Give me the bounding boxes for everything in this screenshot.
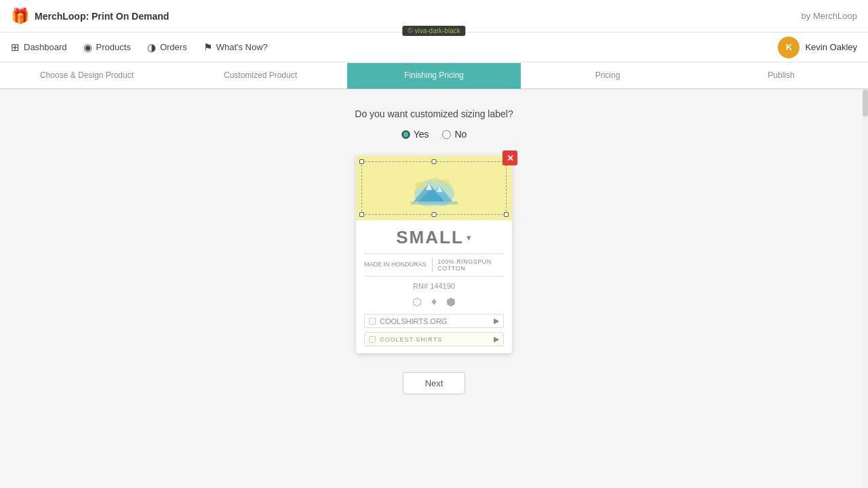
handle-bottom-right[interactable] <box>504 212 509 217</box>
size-row: SMALL ▾ <box>364 227 504 248</box>
svg-point-7 <box>439 179 450 184</box>
scroll-thumb[interactable] <box>863 89 868 117</box>
website-arrow: ▶ <box>494 317 499 325</box>
brand-checkbox[interactable] <box>369 336 376 343</box>
dashboard-icon: ⊞ <box>11 41 20 54</box>
scroll-track[interactable] <box>863 89 868 488</box>
size-text: SMALL <box>396 227 464 248</box>
label-image-area <box>356 156 512 220</box>
handle-top-left[interactable] <box>359 159 364 164</box>
no-option[interactable]: No <box>442 129 467 140</box>
wash-icon: ⬡ <box>412 296 422 308</box>
no-label: No <box>454 129 467 140</box>
orders-icon: ◑ <box>147 41 156 54</box>
mountain-art <box>370 170 499 207</box>
nav-label-whats-now: What's Now? <box>216 42 268 52</box>
yes-radio[interactable] <box>401 130 410 139</box>
dry-icon: ⬢ <box>446 296 456 308</box>
whats-now-icon: ⚑ <box>203 41 212 54</box>
website-checkbox[interactable] <box>369 318 376 325</box>
size-dropdown-icon[interactable]: ▾ <box>467 233 472 243</box>
yes-no-radio-group: Yes No <box>401 129 467 140</box>
cotton-text: 100% RINGSPUN COTTON <box>437 258 504 272</box>
made-in-text: MADE IN HONDURAS <box>364 261 432 269</box>
yes-option[interactable]: Yes <box>401 129 429 140</box>
nav-item-dashboard[interactable]: ⊞ Dashboard <box>11 41 67 54</box>
nav-label-products: Products <box>96 42 131 52</box>
care-icons: ⬡ ♦ ⬢ <box>364 296 504 308</box>
website-row[interactable]: COOLSHIRTS.ORG ▶ <box>364 314 504 328</box>
svg-rect-9 <box>410 201 457 205</box>
step-customized-product[interactable]: Customized Product <box>174 63 347 89</box>
nav-label-dashboard: Dashboard <box>24 42 67 52</box>
no-radio[interactable] <box>442 130 451 139</box>
label-card: ✕ <box>356 156 512 353</box>
nav-items: ⊞ Dashboard ◉ Products ◑ Orders ⚑ What's… <box>11 41 778 54</box>
nav-item-orders[interactable]: ◑ Orders <box>147 41 187 54</box>
handle-bottom-left[interactable] <box>359 212 364 217</box>
next-button[interactable]: Next <box>403 372 466 394</box>
yes-label: Yes <box>414 129 429 140</box>
label-image-inner[interactable] <box>361 161 507 215</box>
brand-arrow: ▶ <box>494 335 499 344</box>
app-title: MerchLoop: Print On Demand <box>35 11 169 22</box>
steps-bar: Choose & Design Product Customized Produ… <box>0 62 868 89</box>
brand-text: COOLEST SHIRTS <box>380 336 494 343</box>
iron-icon: ♦ <box>431 296 437 308</box>
rn-row: RN# 144190 <box>364 282 504 290</box>
step-choose-design[interactable]: Choose & Design Product <box>0 63 174 89</box>
brand-row[interactable]: COOLEST SHIRTS ▶ <box>364 332 504 346</box>
svg-point-8 <box>429 177 439 181</box>
main-content: Do you want customized sizing label? Yes… <box>0 89 868 488</box>
step-publish[interactable]: Publish <box>694 63 868 89</box>
handle-bottom-mid[interactable] <box>432 212 437 217</box>
floating-tag: © viva-dark-black <box>402 26 465 36</box>
nav-item-whats-now[interactable]: ⚑ What's Now? <box>203 41 268 54</box>
svg-point-6 <box>415 181 427 187</box>
user-name: Kevin Oakley <box>805 42 857 52</box>
step-finishing-pricing[interactable]: Finishing Pricing <box>347 63 521 89</box>
step-pricing[interactable]: Pricing <box>521 63 694 89</box>
website-text: COOLSHIRTS.ORG <box>380 317 494 325</box>
close-button[interactable]: ✕ <box>502 150 517 165</box>
nav-label-orders: Orders <box>160 42 187 52</box>
powered-by: by MerchLoop <box>802 11 857 21</box>
made-info-row: MADE IN HONDURAS 100% RINGSPUN COTTON <box>364 253 504 277</box>
app-icon: 🎁 <box>11 7 29 25</box>
app-branding: 🎁 MerchLoop: Print On Demand <box>11 7 169 25</box>
user-section: K Kevin Oakley <box>778 37 857 58</box>
nav-item-products[interactable]: ◉ Products <box>83 41 131 54</box>
info-divider <box>432 258 433 272</box>
label-body: SMALL ▾ MADE IN HONDURAS 100% RINGSPUN C… <box>356 220 512 353</box>
products-icon: ◉ <box>83 41 92 54</box>
nav-bar: © viva-dark-black ⊞ Dashboard ◉ Products… <box>0 33 868 62</box>
user-avatar: K <box>778 37 800 58</box>
sizing-question-text: Do you want customized sizing label? <box>355 108 513 119</box>
handle-top-mid[interactable] <box>432 159 437 164</box>
